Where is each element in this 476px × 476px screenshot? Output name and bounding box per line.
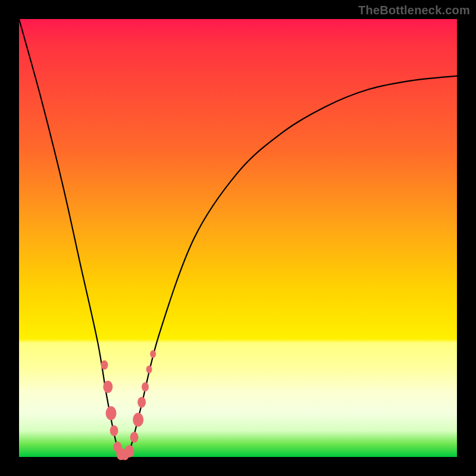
curve-marker (130, 432, 139, 443)
curve-marker (133, 413, 143, 427)
curve-marker (125, 445, 134, 458)
curve-marker (146, 365, 152, 373)
curve-marker (142, 382, 149, 392)
marker-group (101, 350, 156, 461)
curve-marker (137, 397, 146, 408)
curve-marker (101, 361, 108, 370)
chart-frame: TheBottleneck.com (0, 0, 476, 476)
curve-marker (103, 381, 112, 393)
curve-marker (106, 406, 117, 420)
chart-svg (19, 19, 457, 457)
plot-gradient-area (19, 19, 457, 457)
bottleneck-curve (19, 19, 457, 457)
watermark-label: TheBottleneck.com (358, 4, 470, 17)
curve-marker (150, 350, 156, 358)
curve-marker (110, 425, 118, 436)
